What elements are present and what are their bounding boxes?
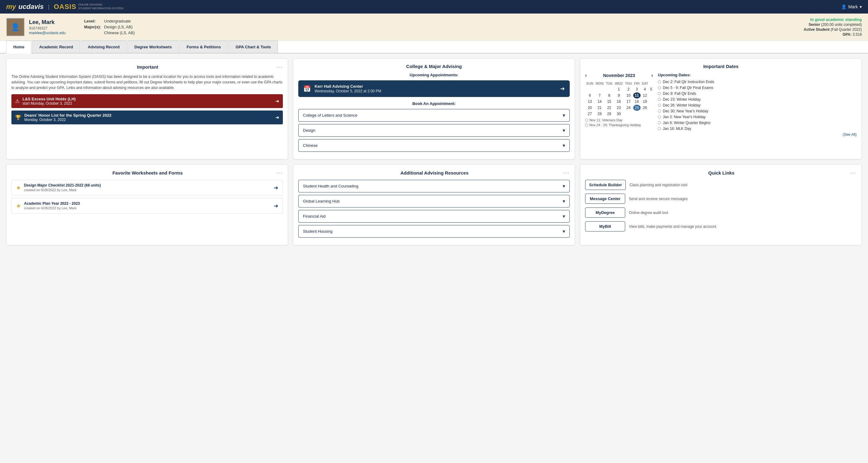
calendar-day[interactable]: 12 bbox=[641, 92, 649, 99]
cal-header-thu: THU bbox=[624, 81, 633, 86]
design-dropdown[interactable]: Design ▾ bbox=[298, 124, 570, 137]
schedule-builder-button[interactable]: Schedule Builder bbox=[585, 180, 626, 190]
upcoming-label: Upcoming Appointments: bbox=[298, 73, 570, 77]
global-learning-dropdown[interactable]: Global Learning Hub ▾ bbox=[298, 195, 570, 207]
alert-text: L&S Excess Unit Holds (LH) start Monday,… bbox=[23, 97, 272, 106]
logo-divider: | bbox=[48, 4, 50, 10]
calendar-day[interactable]: 21 bbox=[594, 105, 604, 111]
design-dropdown-label: Design bbox=[303, 128, 315, 133]
calendar-day[interactable]: 4 bbox=[641, 86, 649, 92]
holiday-thanksgiving: Nov 24 - 25: Thanksgiving Holiday bbox=[585, 123, 653, 127]
tab-navigation: Home Academic Record Advising Record Deg… bbox=[0, 41, 868, 54]
calendar-day bbox=[641, 111, 649, 117]
important-title: Important bbox=[19, 64, 276, 70]
important-menu[interactable]: ··· bbox=[276, 64, 283, 70]
calendar-day bbox=[585, 86, 594, 92]
calendar-day[interactable]: 1 bbox=[614, 86, 624, 92]
holiday-veterans-day: Nov 11: Veterans Day bbox=[585, 118, 653, 122]
honor-arrow-icon: ➜ bbox=[275, 114, 279, 120]
calendar-day[interactable]: 23 bbox=[614, 105, 624, 111]
calendar-day[interactable]: 29 bbox=[605, 111, 614, 117]
mydegree-button[interactable]: MyDegree bbox=[585, 207, 625, 218]
message-center-button[interactable]: Message Center bbox=[585, 194, 625, 204]
tab-academic-record[interactable]: Academic Record bbox=[32, 41, 80, 53]
alert-item-excess-units[interactable]: ⚠ L&S Excess Unit Holds (LH) start Monda… bbox=[11, 94, 283, 108]
calendar-day[interactable]: 25 bbox=[633, 105, 641, 111]
active-status: Active Student (Fall Quarter 2022) bbox=[804, 27, 862, 32]
calendar-day[interactable]: 24 bbox=[624, 105, 633, 111]
gpa-status: GPA: 3.518 bbox=[804, 32, 862, 37]
appointment-card[interactable]: 📅 Kerr Hall Advising Center Wednesday, O… bbox=[298, 80, 570, 97]
calendar-day[interactable]: 13 bbox=[585, 99, 594, 105]
user-menu[interactable]: 👤 Mark ▾ bbox=[841, 4, 862, 9]
calendar-next-button[interactable]: › bbox=[651, 73, 653, 78]
major-label: Major(s): bbox=[83, 24, 102, 30]
resources-menu[interactable]: ··· bbox=[563, 170, 570, 176]
calendar-day[interactable]: 3 bbox=[633, 86, 641, 92]
tab-home[interactable]: Home bbox=[6, 41, 31, 54]
student-id: 916749327 bbox=[29, 26, 66, 31]
calendar-day[interactable]: 7 bbox=[594, 92, 604, 99]
calendar-day[interactable]: 20 bbox=[585, 105, 594, 111]
upcoming-date-item: Jan 2: New Year's Holiday bbox=[658, 115, 857, 119]
trophy-icon: 🏆 bbox=[15, 114, 21, 120]
calendar-day[interactable]: 16 bbox=[614, 99, 624, 105]
upcoming-date-item: Dec 5 - 9: Fall Qtr Final Exams bbox=[658, 86, 857, 90]
date-dot-icon bbox=[658, 115, 661, 119]
chevron-down-icon: ▾ bbox=[860, 4, 862, 9]
upcoming-date-item: Dec 9: Fall Qtr Ends bbox=[658, 92, 857, 96]
worksheet-item-academic-plan[interactable]: ★ Academic Plan Year 2022 - 2023 created… bbox=[11, 198, 283, 213]
cal-header-wed: WED bbox=[614, 81, 624, 86]
cal-header-fri: FRI bbox=[633, 81, 641, 86]
calendar-day[interactable]: 14 bbox=[594, 99, 604, 105]
calendar-day[interactable]: 15 bbox=[605, 99, 614, 105]
honor-item-deans-list[interactable]: 🏆 Deans' Honor List for the Spring Quart… bbox=[11, 110, 283, 124]
logo-oasis-subtitle: Online AdvisingStudent Information Syste… bbox=[78, 3, 124, 10]
college-dropdown-label: College of Letters and Science bbox=[303, 113, 358, 118]
appointment-info: Kerr Hall Advising Center Wednesday, Oct… bbox=[315, 84, 556, 93]
calendar-day[interactable]: 26 bbox=[641, 105, 649, 111]
advising-card: College & Major Advising Upcoming Appoin… bbox=[293, 59, 575, 160]
calendar-day[interactable]: 22 bbox=[605, 105, 614, 111]
calendar-day[interactable]: 18 bbox=[633, 99, 641, 105]
calendar-day[interactable]: 2 bbox=[624, 86, 633, 92]
date-dot-icon bbox=[658, 104, 661, 107]
quicklinks-menu[interactable]: ··· bbox=[850, 170, 857, 176]
calendar-day[interactable]: 28 bbox=[594, 111, 604, 117]
calendar-day[interactable]: 6 bbox=[585, 92, 594, 99]
logo-my: my bbox=[6, 3, 16, 11]
mybill-button[interactable]: MyBill bbox=[585, 221, 625, 232]
tab-gpa-chart[interactable]: GPA Chart & Tools bbox=[229, 41, 278, 53]
financial-aid-label: Financial Aid bbox=[303, 214, 326, 219]
tab-degree-worksheets[interactable]: Degree Worksheets bbox=[127, 41, 179, 53]
calendar-day[interactable]: 8 bbox=[605, 92, 614, 99]
chinese-dropdown[interactable]: Chinese ▾ bbox=[298, 139, 570, 152]
student-health-dropdown[interactable]: Student Health and Counseling ▾ bbox=[298, 180, 570, 192]
calendar-day[interactable]: 19 bbox=[641, 99, 649, 105]
schedule-builder-desc: Class planning and registration tool bbox=[629, 183, 857, 187]
calendar-day[interactable]: 9 bbox=[614, 92, 624, 99]
see-all-dates-link[interactable]: (See All) bbox=[658, 132, 857, 137]
tab-forms-petitions[interactable]: Forms & Petitions bbox=[179, 41, 228, 53]
calendar-day[interactable]: 27 bbox=[585, 111, 594, 117]
student-housing-dropdown[interactable]: Student Housing ▾ bbox=[298, 225, 570, 238]
upcoming-dates-list: Dec 2: Fall Qtr Instruction EndsDec 5 - … bbox=[658, 80, 857, 131]
college-dropdown[interactable]: College of Letters and Science ▾ bbox=[298, 109, 570, 122]
worksheet-item-design[interactable]: ★ Design Major Checklist 2021-2022 (68 u… bbox=[11, 180, 283, 196]
student-email[interactable]: marklee@ucdavis.edu bbox=[29, 31, 66, 35]
favorites-menu[interactable]: ··· bbox=[276, 170, 283, 176]
calendar-day[interactable]: 10 bbox=[624, 92, 633, 99]
calendar-day[interactable]: 5 bbox=[649, 86, 653, 92]
calendar-day[interactable]: 30 bbox=[614, 111, 624, 117]
level-value: Undergraduate bbox=[103, 19, 136, 24]
calendar-day[interactable]: 17 bbox=[624, 99, 633, 105]
cal-header-sun: SUN bbox=[585, 81, 594, 86]
calendar-prev-button[interactable]: ‹ bbox=[585, 73, 587, 78]
quicklink-mydegree: MyDegree Online degree audit tool bbox=[585, 207, 857, 218]
financial-aid-dropdown[interactable]: Financial Aid ▾ bbox=[298, 210, 570, 223]
tab-advising-record[interactable]: Advising Record bbox=[81, 41, 127, 53]
calendar-widget: ‹ November 2023 › SUN MON TUE WED THU FR… bbox=[585, 73, 653, 137]
calendar-day[interactable]: 11 bbox=[633, 92, 641, 99]
quicklinks-header: Quick Links ··· bbox=[585, 170, 857, 176]
appointment-arrow-icon: ➜ bbox=[560, 85, 565, 92]
